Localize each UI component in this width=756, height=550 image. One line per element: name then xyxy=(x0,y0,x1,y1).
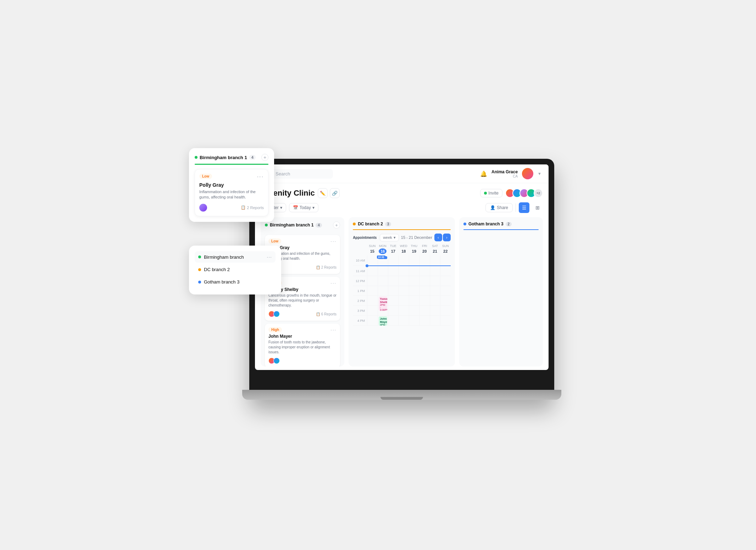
link-icon-button[interactable]: 🔗 xyxy=(330,188,340,198)
nav-dc-branch[interactable]: DC branch 2 xyxy=(195,264,276,275)
cal-cell-thu-11am xyxy=(409,266,419,276)
cal-cell-sat-3pm xyxy=(430,306,440,315)
notification-bell-icon[interactable]: 🔔 xyxy=(480,170,487,177)
patient-avatar xyxy=(199,204,207,212)
cal-cell-tue-4pm xyxy=(388,316,398,325)
floating-branches-nav: Birmingham branch ··· DC branch 2 Gotham… xyxy=(189,246,281,294)
branch-name: Birmingham branch 1 xyxy=(200,155,247,160)
now-time-badge: 10:30 xyxy=(377,256,385,259)
nav-dot-green xyxy=(198,256,201,258)
cal-time-4pm: 4 PM xyxy=(353,319,367,322)
nav-birmingham-branch[interactable]: Birmingham branch ··· xyxy=(195,251,276,263)
patient-card-more-button[interactable]: ··· xyxy=(257,174,264,180)
cal-day-mon16: MON 16 xyxy=(378,244,388,254)
branch-progress-line xyxy=(195,164,268,165)
pcard-desc-john: Fusion of tooth roots to the jawbone, ca… xyxy=(268,340,337,355)
cal-day-sun22: SUN 22 xyxy=(440,244,450,254)
pcard-more-button[interactable]: ··· xyxy=(330,238,337,244)
cal-row-3pm: 3 PM xyxy=(353,306,451,316)
calendar-icon: 📅 xyxy=(293,205,298,210)
cal-time-3pm: 3 PM xyxy=(353,309,367,313)
cal-cell-thu-10am xyxy=(409,256,419,265)
column-title-gotham: Gotham branch 3 xyxy=(468,221,504,226)
week-select[interactable]: week ▾ xyxy=(380,234,399,241)
app-header: 🔍 Search 🔔 Anima Grace CA ▼ xyxy=(255,164,549,183)
cal-cell-mon-2pm: Tommy Shelby 2PM - 3:30PM xyxy=(378,296,388,305)
cal-cell-sun2-12pm xyxy=(440,276,450,286)
cal-cell-mon-1pm xyxy=(378,286,388,296)
today-button[interactable]: 📅 Today ▾ xyxy=(289,203,318,212)
reports-label: 📋 2 Reports xyxy=(241,205,264,210)
column-line-gotham xyxy=(463,229,539,230)
cal-row-1pm: 1 PM xyxy=(353,286,451,296)
pcard-name-john: John Mayer xyxy=(268,334,337,339)
invite-button[interactable]: Invite xyxy=(480,189,502,197)
time-column-spacer xyxy=(353,244,367,254)
date-range: 15 - 21 December xyxy=(401,235,432,240)
pcard-avatars-john xyxy=(268,358,280,364)
branch-name-row: Birmingham branch 1 4 xyxy=(195,155,256,160)
patient-card-john-col: High ··· John Mayer Fusion of tooth root… xyxy=(265,324,340,366)
cal-cell-tue-2pm xyxy=(388,296,398,305)
cal-cell-tue-12pm xyxy=(388,276,398,286)
nav-gotham-branch[interactable]: Gotham branch 3 xyxy=(195,276,276,287)
calendar-controls: week ▾ 15 - 21 December ‹ › xyxy=(380,234,451,241)
nav-dc-label: DC branch 2 xyxy=(204,267,272,272)
cal-cell-mon-12pm xyxy=(378,276,388,286)
user-menu-chevron-icon[interactable]: ▼ xyxy=(538,172,541,176)
cal-time-2pm: 2 PM xyxy=(353,299,367,303)
cal-cell-sun2-1pm xyxy=(440,286,450,296)
invite-label: Invite xyxy=(488,191,499,196)
pcard-avatar-john-2 xyxy=(273,358,280,364)
edit-icon-button[interactable]: ✏️ xyxy=(318,188,328,198)
calendar-grid: 10 AM Polly Gray 10AM-11AM 10:30 xyxy=(353,256,451,362)
pcard-more-john-button[interactable]: ··· xyxy=(330,327,337,332)
cal-time-11am: 11 AM xyxy=(353,269,367,273)
cal-time-1pm: 1 PM xyxy=(353,289,367,293)
cal-cell-tue-10am xyxy=(388,256,398,265)
priority-high-badge-john: High xyxy=(268,327,282,332)
week-label: week xyxy=(383,235,392,240)
clinic-actions: ✏️ 🔗 xyxy=(318,188,340,198)
share-button[interactable]: 👤 Share xyxy=(485,203,513,212)
cal-cell-sat-11am xyxy=(430,266,440,276)
pcard-header-john: High ··· xyxy=(268,327,337,332)
calendar-prev-button[interactable]: ‹ xyxy=(434,234,442,241)
cal-day-sat21: SAT 21 xyxy=(430,244,440,254)
pcard-more-tommy-button[interactable]: ··· xyxy=(330,280,337,286)
cal-cell-sun2-3pm xyxy=(440,306,450,315)
cal-cell-sun-10am xyxy=(367,256,377,265)
calendar-next-button[interactable]: › xyxy=(443,234,451,241)
cal-cell-mon-11am xyxy=(378,266,388,276)
cal-cell-wed-11am xyxy=(399,266,409,276)
branch-add-button[interactable]: + xyxy=(261,154,268,161)
now-indicator xyxy=(367,265,451,266)
share-label: Share xyxy=(497,205,508,210)
laptop-screen: 🔍 Search 🔔 Anima Grace CA ▼ xyxy=(255,164,549,370)
list-view-button[interactable]: ☰ xyxy=(519,202,529,213)
toolbar-right: 👤 Share ☰ ⊞ xyxy=(485,202,543,213)
scene: Birmingham branch 1 4 + Low ··· Polly Gr… xyxy=(189,138,567,412)
cal-cell-fri-12pm xyxy=(419,276,429,286)
patient-card-footer: 📋 2 Reports xyxy=(199,204,264,212)
invite-status-dot xyxy=(484,192,487,195)
cal-count-badge: 3 xyxy=(385,222,391,226)
cal-cell-sun-4pm xyxy=(367,316,377,325)
cal-row-10am: 10 AM Polly Gray 10AM-11AM 10:30 xyxy=(353,256,451,265)
nav-more-dots[interactable]: ··· xyxy=(267,254,272,260)
grid-view-button[interactable]: ⊞ xyxy=(532,202,543,213)
column-title-birmingham: Birmingham branch 1 xyxy=(270,223,313,228)
cal-cell-sat-12pm xyxy=(430,276,440,286)
cal-cell-thu-12pm xyxy=(409,276,419,286)
cal-cell-fri-11am xyxy=(419,266,429,276)
cal-cell-sun-1pm xyxy=(367,286,377,296)
cal-cell-thu-4pm xyxy=(409,316,419,325)
user-avatar[interactable] xyxy=(522,168,533,179)
column-add-birmingham-button[interactable]: + xyxy=(333,221,340,229)
cal-cell-sat-1pm xyxy=(430,286,440,296)
pcard-reports: 📋 2 Reports xyxy=(316,265,337,269)
collaborators-avatars: +2 xyxy=(505,189,543,198)
cal-cell-wed-4pm xyxy=(399,316,409,325)
calendar-header: DC branch 2 3 xyxy=(353,221,451,226)
cal-cell-fri-10am xyxy=(419,256,429,265)
